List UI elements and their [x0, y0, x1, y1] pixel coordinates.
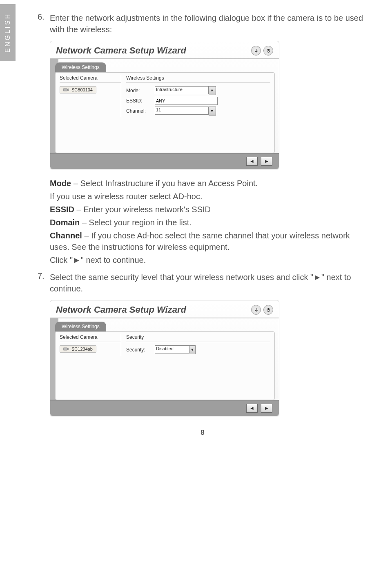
essid-desc: – Enter your wireless network's SSID	[74, 205, 211, 214]
step-7-number: 7.	[38, 271, 50, 294]
wizard-header: Network Camera Setup Wizard	[50, 300, 279, 318]
essid-term: ESSID	[50, 205, 74, 214]
security-select[interactable]: Disabled ▼	[155, 345, 196, 354]
essid-input[interactable]	[155, 97, 218, 105]
chevron-down-icon: ▼	[189, 345, 196, 354]
camera-name: SC1234ab	[71, 347, 93, 351]
wizard-header-controls	[251, 46, 273, 56]
step-6-number: 6.	[38, 12, 50, 35]
channel-value: 11	[155, 107, 209, 115]
wizard-tab: Wireless Settings	[55, 322, 106, 331]
camera-entry[interactable]: SC800104	[60, 86, 96, 93]
wizard-header-controls	[251, 305, 273, 315]
wireless-settings-header: Wireless Settings	[126, 75, 270, 83]
step-6-text: Enter the network adjustments in the fol…	[50, 12, 368, 35]
wizard-title: Network Camera Setup Wizard	[56, 305, 186, 315]
security-label: Security:	[126, 347, 155, 353]
camera-icon	[63, 347, 69, 351]
security-header: Security	[126, 334, 270, 342]
click-next-text: Click "►" next to continue.	[50, 254, 368, 266]
mode-label: Mode:	[126, 88, 155, 93]
svg-rect-2	[63, 89, 67, 91]
step-6-details: Mode – Select Infrastructure if you have…	[50, 178, 368, 266]
wizard-security-settings: Network Camera Setup Wizard Wireless Set…	[50, 300, 279, 416]
selected-camera-header: Selected Camera	[60, 75, 121, 83]
wizard-wireless-settings: Network Camera Setup Wizard Wireless Set…	[50, 41, 279, 169]
next-button[interactable]: ►	[261, 404, 272, 413]
minimize-button[interactable]	[251, 46, 261, 56]
language-tab: ENGLISH	[0, 4, 16, 61]
page-number: 8	[38, 429, 368, 445]
prev-button[interactable]: ◄	[246, 404, 258, 413]
channel-term: Channel	[50, 231, 82, 240]
domain-term: Domain	[50, 218, 80, 227]
close-button[interactable]	[263, 305, 273, 315]
selected-camera-header: Selected Camera	[60, 334, 121, 342]
step-7-text: Select the same security level that your…	[50, 271, 368, 294]
mode-desc: – Select Infrastructure if you have an A…	[71, 179, 258, 188]
channel-desc: – If you chose Ad-hoc select the same ch…	[50, 231, 350, 251]
step-6: 6. Enter the network adjustments in the …	[38, 12, 368, 35]
channel-label: Channel:	[126, 108, 155, 114]
mode-term: Mode	[50, 179, 71, 188]
mode-value: Infrastructure	[155, 86, 209, 94]
mode-desc-2: If you use a wireless router select AD-h…	[50, 191, 368, 202]
channel-select[interactable]: 11 ▼	[155, 107, 216, 116]
step-7: 7. Select the same security level that y…	[38, 271, 368, 294]
camera-entry[interactable]: SC1234ab	[60, 345, 96, 353]
svg-marker-3	[67, 89, 69, 91]
next-button[interactable]: ►	[261, 157, 272, 166]
camera-name: SC800104	[71, 87, 93, 92]
wizard-tab: Wireless Settings	[55, 62, 106, 72]
minimize-button[interactable]	[251, 305, 261, 315]
wizard-footer: ◄ ►	[50, 153, 279, 169]
close-button[interactable]	[263, 46, 273, 56]
wizard-title: Network Camera Setup Wizard	[56, 45, 186, 56]
svg-marker-7	[67, 348, 69, 350]
wizard-header: Network Camera Setup Wizard	[50, 41, 279, 59]
security-value: Disabled	[155, 345, 189, 353]
chevron-down-icon: ▼	[209, 86, 216, 95]
svg-rect-6	[63, 348, 67, 350]
chevron-down-icon: ▼	[209, 107, 216, 116]
wizard-footer: ◄ ►	[50, 400, 279, 416]
essid-label: ESSID:	[126, 98, 155, 104]
camera-icon	[63, 88, 69, 92]
prev-button[interactable]: ◄	[246, 157, 258, 166]
page-content: 6. Enter the network adjustments in the …	[38, 0, 368, 445]
domain-desc: – Select your region in the list.	[80, 218, 191, 227]
mode-select[interactable]: Infrastructure ▼	[155, 86, 216, 95]
